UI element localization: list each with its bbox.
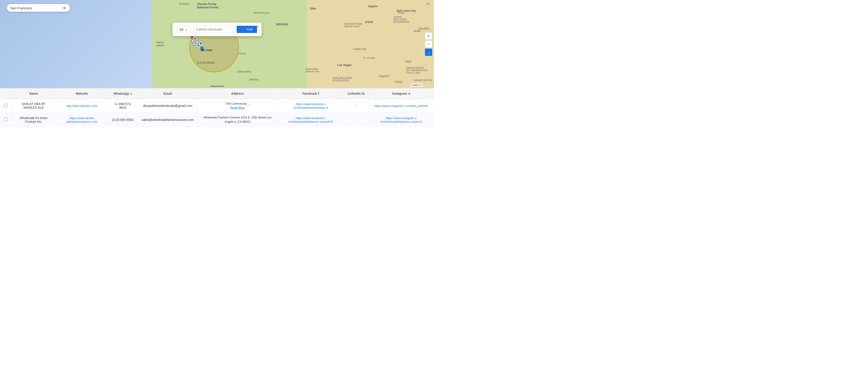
map-label-provo: Provo (398, 11, 405, 14)
find-pin-icon: 📍 (241, 28, 245, 31)
map-label-de: De... (427, 2, 432, 5)
map-terrain: Shasta-TrinityNational Forest Winnemucca… (152, 0, 434, 88)
map-label-navajo: NAVAJO NATIONOFF-RESERVATIONTRUST LAND (406, 67, 427, 74)
row1-whatsapp: +1 408-573-8818 (108, 99, 138, 113)
map-pin-5[interactable] (199, 42, 203, 45)
results-table: Name Website WhatsApp ● Email Address Fa… (0, 88, 434, 127)
row1-email: divaaatheartwholesale@gmail.com (138, 99, 197, 113)
row2-name: Wholesale Fa shion Couture Inc. (11, 113, 56, 127)
map-pin-2[interactable] (191, 39, 194, 42)
row2-address-short: Wholesale Fashion Couture 1615 E. 15th S… (204, 116, 272, 123)
row2-whatsapp: (213) 805-5554 (108, 113, 138, 127)
map-label-page: Page (405, 60, 411, 63)
map-label-gallup: Gallup (395, 80, 402, 84)
row1-address-short: 738 Commercial ... (225, 102, 250, 105)
row2-instagram-link[interactable]: https://www.instagram.c om/wholesalefash… (380, 116, 422, 123)
col-linkedin: Linkedin in (344, 88, 368, 99)
whatsapp-header-icon: ● (130, 92, 132, 95)
col-whatsapp: WhatsApp ● (108, 88, 138, 99)
chevron-down-icon: ⌄ (185, 27, 188, 31)
map-label-nevada: NEVADA (276, 23, 288, 26)
row1-linkedin: - (344, 99, 368, 113)
col-website: Website (56, 88, 107, 99)
map-label-ogden: Ogden (368, 4, 377, 8)
row1-facebook-link[interactable]: https://www.facebook.c om/divaaatheartwh… (293, 102, 328, 109)
filter-popup: × 10 ⌄ 📍 Find (173, 23, 261, 36)
map-section: ► Sign Out × 10 ⌄ 📍 Find Shasta-TrinityN… (0, 0, 434, 88)
row1-address: 738 Commercial ... Read More (197, 99, 277, 113)
row1-instagram[interactable]: https://www.instagram.c om/diva_atheart/ (368, 99, 434, 113)
row1-instagram-link[interactable]: https://www.instagram.c om/diva_atheart/ (374, 104, 428, 107)
map-pin-4[interactable] (193, 43, 195, 46)
row1-website[interactable]: http://diva-atheart.c om/ (56, 99, 107, 113)
map-label-hualapai: HUALAPAI INDIANRESERVATION (333, 77, 352, 82)
keyword-search-input[interactable] (193, 26, 234, 33)
instagram-header-icon: ● (408, 92, 410, 95)
results-table-container: Name Website WhatsApp ● Email Address Fa… (0, 88, 434, 127)
count-value: 10 (180, 28, 183, 31)
search-submit-icon[interactable]: ► (63, 6, 66, 10)
map-label-las-vegas: Las Vegas (337, 63, 352, 67)
row2-checkbox[interactable] (4, 118, 7, 121)
zoom-in-button[interactable]: + (425, 32, 432, 39)
map-label-humboldt: Humboldt-ToiyabeNational Forest (344, 23, 362, 28)
leaflet-attribution: Leaflet | © (410, 84, 423, 87)
map-label-redding: Redding (179, 2, 189, 5)
col-instagram: Instagram ● (368, 88, 434, 99)
row2-facebook[interactable]: https://www.facebook.c om/wholesalefashi… (277, 113, 344, 127)
facebook-header-icon: f (318, 92, 319, 95)
row1-read-more-link[interactable]: Read More (202, 106, 274, 110)
row2-linkedin: - (344, 113, 368, 127)
map-label-cedar-city: Cedar City (353, 48, 366, 51)
row2-checkbox-cell[interactable] (0, 113, 11, 127)
row2-email: sales@wholesalefashioncouture.com (138, 113, 197, 127)
col-facebook: Facebook f (277, 88, 344, 99)
row1-name: DIVA AT HEA RT WHOLES ALE (11, 99, 56, 113)
row1-checkbox[interactable] (4, 104, 7, 107)
map-label-fresno: Fresno (238, 52, 246, 55)
find-button[interactable]: 📍 Find (237, 26, 257, 33)
map-label-death-valley: Death ValleyNational Park (306, 68, 319, 73)
map-label-sanjose: San Jose (200, 49, 213, 52)
map-label-bakersfield: Bakersfield (238, 70, 251, 73)
linkedin-header-icon: in (362, 92, 365, 95)
map-collapse-button[interactable]: ⌄ (425, 49, 432, 56)
table-row: DIVA AT HEA RT WHOLES ALE http://diva-at… (0, 99, 434, 113)
row1-checkbox-cell[interactable] (0, 99, 11, 113)
map-label-st-george: St. George (363, 57, 375, 59)
scroll-indicator (210, 86, 224, 87)
map-controls: + − ⌄ (425, 32, 432, 56)
map-label-sacramento: Sacramento (156, 41, 164, 47)
map-label-winnemucca: Winnemucca (254, 11, 269, 14)
map-label-colora: COLORA... (418, 27, 432, 30)
col-checkbox (0, 88, 11, 99)
zoom-out-button[interactable]: − (425, 40, 432, 48)
map-pin-6[interactable] (197, 44, 200, 47)
map-label-flagstaff: Flagstaff (378, 74, 389, 78)
search-box: ► (7, 4, 70, 12)
map-label-uintah: UINTAHAND OURAYRESERVATION (393, 16, 409, 23)
map-label-elko: Elko (310, 7, 316, 10)
table-row: Wholesale Fa shion Couture Inc. https://… (0, 113, 434, 127)
row2-address: Wholesale Fashion Couture 1615 E. 15th S… (197, 113, 277, 127)
map-pin-1[interactable] (194, 37, 196, 40)
table-header-row: Name Website WhatsApp ● Email Address Fa… (0, 88, 434, 99)
col-address: Address (197, 88, 277, 99)
map-label-shasta: Shasta-TrinityNational Forest (197, 2, 219, 9)
row2-facebook-link[interactable]: https://www.facebook.c om/wholesalefashi… (288, 116, 333, 123)
map-pin-3[interactable] (196, 41, 199, 43)
col-email: Email (138, 88, 197, 99)
location-search-input[interactable] (10, 6, 61, 10)
row1-facebook[interactable]: https://www.facebook.c om/divaaatheartwh… (277, 99, 344, 113)
map-label-sedona: Sedona (249, 78, 258, 81)
count-select[interactable]: 10 ⌄ (177, 26, 191, 33)
map-label-navajo2: NAVAJO NATION (414, 79, 432, 82)
filter-close-button[interactable]: × (256, 24, 259, 29)
map-terrain-east (307, 0, 434, 88)
row2-website-link[interactable]: https://www.wholes alefashioncouture.c o… (66, 116, 97, 123)
map-label-utah: UTAH (365, 20, 373, 24)
row2-website[interactable]: https://www.wholes alefashioncouture.c o… (56, 113, 107, 127)
row2-instagram[interactable]: https://www.instagram.c om/wholesalefash… (368, 113, 434, 127)
col-name: Name (11, 88, 56, 99)
row1-website-link[interactable]: http://diva-atheart.c om/ (66, 104, 97, 107)
